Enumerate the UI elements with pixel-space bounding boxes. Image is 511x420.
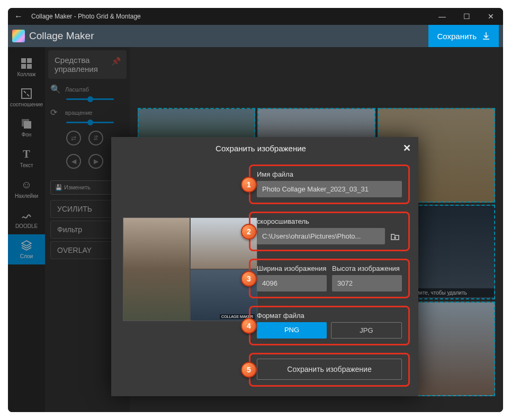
dialog-header: Сохранить изображение ✕	[111, 137, 418, 159]
format-label: Формат файла	[257, 312, 402, 319]
annotation-badge: 4	[241, 318, 257, 334]
browse-folder-button[interactable]	[388, 230, 402, 243]
close-icon[interactable]: ✕	[403, 142, 411, 154]
annotation-badge: 2	[241, 224, 257, 240]
app-title: Collage Maker	[29, 30, 428, 42]
titlebar: ← Collage Maker - Photo Grid & Montage —…	[8, 8, 503, 25]
filename-group: 1 Имя файла	[249, 165, 410, 204]
save-action-group: 5 Сохранить изображение	[249, 353, 410, 387]
preview-collage: COLLAGE MAKER	[123, 217, 257, 321]
app-logo-icon	[12, 30, 25, 42]
format-jpg-button[interactable]: JPG	[331, 322, 402, 339]
width-label: Ширина изображения	[257, 264, 327, 272]
preview-cell	[123, 218, 190, 321]
folder-group: 2 скоросшиватель	[249, 212, 410, 251]
annotation-badge: 5	[241, 362, 257, 378]
height-input[interactable]	[332, 275, 402, 291]
window-title: Collage Maker - Photo Grid & Montage	[29, 13, 430, 20]
dialog-title: Сохранить изображение	[119, 144, 403, 153]
format-png-button[interactable]: PNG	[257, 322, 327, 339]
filename-label: Имя файла	[257, 170, 402, 178]
save-image-button[interactable]: Сохранить изображение	[257, 359, 402, 380]
height-label: Высота изображения	[332, 264, 402, 272]
format-group: 4 Формат файла PNG JPG	[249, 306, 410, 345]
app-window: ← Collage Maker - Photo Grid & Montage —…	[8, 8, 503, 412]
close-window-button[interactable]: ✕	[479, 8, 503, 25]
annotation-badge: 1	[241, 177, 257, 193]
save-form: 1 Имя файла 2 скоросшиватель	[249, 159, 418, 396]
save-dialog: Сохранить изображение ✕ COLLAGE MAKER 1	[111, 137, 418, 396]
annotation-badge: 3	[241, 271, 257, 287]
filename-input[interactable]	[257, 181, 402, 197]
app-bar: Collage Maker Сохранить	[8, 25, 503, 47]
save-button-label: Сохранить	[437, 32, 477, 41]
folder-label: скоросшиватель	[257, 217, 402, 225]
folder-input[interactable]	[257, 228, 385, 244]
maximize-button[interactable]: ☐	[454, 8, 479, 25]
preview-pane: COLLAGE MAKER	[111, 159, 249, 396]
dimensions-group: 3 Ширина изображения Высота изображения	[249, 259, 410, 298]
minimize-button[interactable]: —	[430, 8, 454, 25]
save-button[interactable]: Сохранить	[428, 25, 499, 47]
back-button[interactable]: ←	[8, 12, 29, 21]
download-icon	[482, 32, 490, 40]
width-input[interactable]	[257, 275, 327, 291]
